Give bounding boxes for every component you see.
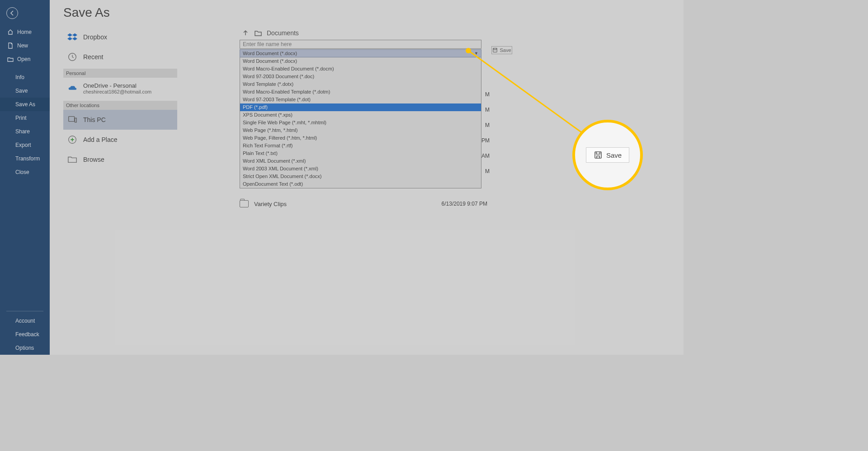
save-locations: Dropbox Recent Personal OneDrive - Perso… bbox=[63, 27, 177, 169]
folder-icon bbox=[240, 200, 249, 207]
file-row-date: 6/13/2019 9:07 PM bbox=[442, 201, 487, 207]
file-type-option[interactable]: Web Page (*.htm, *.html) bbox=[240, 127, 481, 134]
file-type-option[interactable]: PDF (*.pdf) bbox=[240, 103, 481, 111]
file-type-option[interactable]: Word 97-2003 Template (*.dot) bbox=[240, 96, 481, 103]
file-row-name: Variety Clips bbox=[254, 201, 287, 207]
location-browse[interactable]: Browse bbox=[63, 150, 177, 169]
svg-rect-6 bbox=[595, 152, 601, 158]
file-type-selected: Word Document (*.docx) bbox=[243, 51, 297, 56]
nav-options[interactable]: Options bbox=[0, 341, 50, 355]
nav-print[interactable]: Print bbox=[0, 111, 50, 125]
nav-account[interactable]: Account bbox=[0, 314, 50, 328]
location-addplace-label: Add a Place bbox=[83, 136, 118, 143]
file-type-option[interactable]: Word 2003 XML Document (*.xml) bbox=[240, 165, 481, 173]
save-button-zoomed-label: Save bbox=[606, 151, 622, 159]
nav-new[interactable]: New bbox=[0, 39, 50, 52]
backstage-sidebar: Home New Open Info Save Save As Print Sh… bbox=[0, 0, 50, 355]
nav-home[interactable]: Home bbox=[0, 25, 50, 39]
file-type-option[interactable]: Word Macro-Enabled Template (*.dotm) bbox=[240, 88, 481, 96]
file-type-option[interactable]: Web Page, Filtered (*.htm, *.html) bbox=[240, 134, 481, 142]
save-icon bbox=[594, 150, 603, 160]
file-type-option[interactable]: OpenDocument Text (*.odt) bbox=[240, 180, 481, 188]
folder-open-icon bbox=[7, 56, 14, 62]
clock-icon bbox=[67, 52, 78, 62]
file-type-option[interactable]: Strict Open XML Document (*.docx) bbox=[240, 173, 481, 180]
date-fragment: M bbox=[481, 102, 490, 117]
nav-new-label: New bbox=[17, 42, 28, 49]
nav-home-label: Home bbox=[17, 29, 32, 35]
date-fragment: M bbox=[481, 117, 490, 133]
file-type-select[interactable]: Word Document (*.docx) ▼ bbox=[240, 49, 481, 57]
file-type-option[interactable]: XPS Document (*.xps) bbox=[240, 111, 481, 119]
thispc-icon bbox=[67, 114, 78, 125]
date-fragment: M bbox=[481, 87, 490, 102]
save-button-zoomed: Save bbox=[586, 147, 629, 163]
home-icon bbox=[7, 29, 14, 35]
location-onedrive[interactable]: OneDrive - Personal cheshirecat1862@hotm… bbox=[63, 78, 177, 99]
date-fragment: PM bbox=[481, 133, 490, 148]
breadcrumb-bar: Documents bbox=[240, 26, 487, 40]
addplace-icon bbox=[67, 134, 78, 145]
file-type-option[interactable]: Word Template (*.dotx) bbox=[240, 80, 481, 88]
app-window: Home New Open Info Save Save As Print Sh… bbox=[0, 0, 684, 355]
nav-save[interactable]: Save bbox=[0, 84, 50, 98]
dropbox-icon bbox=[67, 32, 78, 42]
annotation-magnifier: Save bbox=[572, 120, 643, 190]
save-icon bbox=[492, 47, 498, 53]
file-type-option[interactable]: Word Document (*.docx) bbox=[240, 57, 481, 65]
back-arrow-icon bbox=[9, 10, 15, 16]
annotation-dot bbox=[466, 48, 471, 53]
folder-icon bbox=[254, 29, 262, 37]
onedrive-email: cheshirecat1862@hotmail.com bbox=[83, 89, 151, 94]
save-button[interactable]: Save bbox=[491, 46, 512, 54]
file-pane: Documents Word Document (*.docx) ▼ Word … bbox=[240, 26, 487, 211]
save-button-label: Save bbox=[500, 47, 511, 53]
location-browse-label: Browse bbox=[83, 156, 104, 163]
svg-rect-2 bbox=[75, 118, 77, 122]
nav-transform[interactable]: Transform bbox=[0, 152, 50, 165]
file-type-option[interactable]: Word 97-2003 Document (*.doc) bbox=[240, 73, 481, 80]
chevron-down-icon: ▼ bbox=[474, 51, 478, 56]
onedrive-icon bbox=[67, 83, 78, 94]
section-label-other: Other locations bbox=[63, 101, 177, 110]
nav-open[interactable]: Open bbox=[0, 52, 50, 66]
file-type-option[interactable]: Single File Web Page (*.mht, *.mhtml) bbox=[240, 119, 481, 127]
location-thispc[interactable]: This PC bbox=[63, 110, 177, 130]
date-fragment: AM bbox=[481, 148, 490, 164]
file-type-option[interactable]: Plain Text (*.txt) bbox=[240, 150, 481, 157]
location-thispc-label: This PC bbox=[83, 116, 106, 123]
back-button[interactable] bbox=[6, 7, 18, 19]
nav-close[interactable]: Close bbox=[0, 165, 50, 179]
nav-info[interactable]: Info bbox=[0, 70, 50, 84]
browse-folder-icon bbox=[67, 154, 78, 165]
location-recent[interactable]: Recent bbox=[63, 47, 177, 67]
file-row[interactable]: Variety Clips 6/13/2019 9:07 PM bbox=[240, 197, 487, 211]
nav-open-label: Open bbox=[17, 56, 30, 62]
nav-saveas[interactable]: Save As bbox=[0, 98, 50, 111]
svg-rect-1 bbox=[69, 117, 75, 122]
location-addplace[interactable]: Add a Place bbox=[63, 130, 177, 150]
date-fragment: M bbox=[481, 164, 490, 179]
file-icon bbox=[7, 42, 14, 49]
file-type-option[interactable]: Word XML Document (*.xml) bbox=[240, 157, 481, 165]
section-label-personal: Personal bbox=[63, 69, 177, 78]
location-dropbox-label: Dropbox bbox=[83, 33, 107, 41]
location-recent-label: Recent bbox=[83, 53, 103, 61]
breadcrumb-text[interactable]: Documents bbox=[267, 29, 299, 37]
page-title: Save As bbox=[50, 0, 684, 24]
nav-export[interactable]: Export bbox=[0, 138, 50, 152]
file-type-option[interactable]: Rich Text Format (*.rtf) bbox=[240, 142, 481, 150]
location-dropbox[interactable]: Dropbox bbox=[63, 27, 177, 47]
partial-dates-column: MMMPMAMM bbox=[481, 87, 490, 179]
filename-input[interactable] bbox=[240, 40, 481, 49]
nav-share[interactable]: Share bbox=[0, 125, 50, 138]
file-type-option[interactable]: Word Macro-Enabled Document (*.docm) bbox=[240, 65, 481, 73]
nav-feedback[interactable]: Feedback bbox=[0, 328, 50, 341]
onedrive-title: OneDrive - Personal bbox=[83, 82, 151, 89]
file-type-dropdown: Word Document (*.docx)Word Macro-Enabled… bbox=[240, 57, 481, 188]
up-arrow-icon[interactable] bbox=[241, 29, 250, 37]
